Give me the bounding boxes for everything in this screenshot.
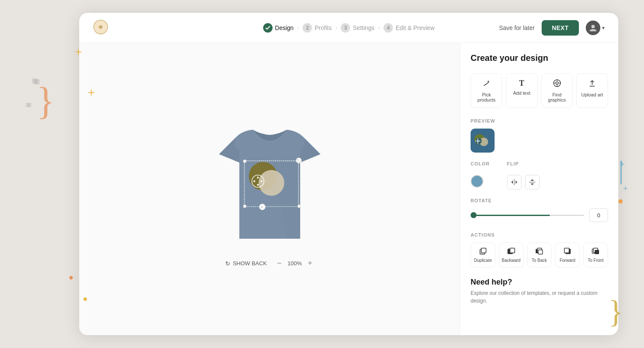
rotate-value-display: 0 [589, 208, 608, 222]
rotate-row: 0 [471, 208, 608, 222]
svg-rect-21 [243, 205, 246, 207]
actions-section: ACTIONS Duplicate [471, 232, 608, 267]
upload-art-label: Upload art [581, 92, 603, 97]
svg-text:×: × [261, 205, 263, 209]
add-text-button[interactable]: T Add text [506, 73, 537, 108]
deco-square-1 [34, 79, 39, 84]
zoom-in-button[interactable]: + [306, 259, 314, 268]
canvas-controls: ↻ SHOW BACK − 100% + [225, 259, 314, 268]
zoom-controls: − 100% + [275, 259, 314, 268]
rotate-section: ROTATE 0 [471, 198, 608, 222]
to-front-label: To Front [588, 258, 604, 263]
pick-products-button[interactable]: Pick products [471, 73, 502, 108]
upload-art-icon [588, 79, 596, 90]
to-back-button[interactable]: To Back [527, 243, 552, 267]
step-edit-preview[interactable]: 4 Edit & Preview [384, 23, 435, 33]
deco-dot-orange [69, 276, 73, 279]
refresh-icon: ↻ [225, 260, 230, 267]
flip-horizontal-button[interactable] [507, 175, 522, 189]
save-for-later-button[interactable]: Save for later [499, 24, 534, 31]
step-edit-preview-num: 4 [384, 23, 393, 33]
preview-thumbnail[interactable] [471, 129, 495, 153]
deco-plus-yellow-1: + [88, 86, 95, 99]
actions-row: Duplicate Backward [471, 243, 608, 267]
backward-button[interactable]: Backward [499, 243, 524, 267]
duplicate-icon [479, 247, 487, 256]
canvas-area: + [79, 43, 460, 335]
pick-products-label: Pick products [474, 92, 499, 102]
deco-plus-right2: + [623, 184, 628, 193]
svg-rect-20 [298, 160, 300, 162]
avatar [586, 21, 600, 35]
color-swatch[interactable] [471, 175, 483, 188]
to-front-icon [592, 247, 599, 256]
pick-products-icon [482, 79, 491, 90]
backward-icon [507, 247, 515, 256]
delete-handle-svg: × [259, 204, 265, 210]
color-label: COLOR [471, 161, 490, 166]
svg-rect-22 [298, 205, 300, 207]
duplicate-label: Duplicate [474, 258, 492, 263]
deco-sq-gray2 [26, 103, 30, 107]
step-settings[interactable]: 3 Settings [341, 23, 375, 33]
find-graphics-button[interactable]: Find graphics [541, 73, 573, 108]
step-profits[interactable]: 2 Profits [303, 23, 332, 33]
user-avatar-button[interactable]: ▾ [586, 21, 605, 35]
to-front-button[interactable]: To Front [583, 243, 608, 267]
step-profits-num: 2 [303, 23, 312, 33]
svg-rect-44 [510, 248, 515, 253]
tshirt-container: ↻ × [206, 110, 334, 252]
svg-point-2 [591, 25, 595, 28]
svg-rect-19 [243, 160, 246, 162]
step-edit-preview-label: Edit & Preview [396, 24, 435, 31]
svg-rect-49 [564, 248, 569, 253]
actions-label: ACTIONS [471, 232, 608, 237]
color-flip-row: COLOR FLIP [471, 161, 608, 189]
zoom-out-button[interactable]: − [275, 259, 283, 268]
add-text-icon: T [519, 79, 524, 88]
right-panel: Create your design Pick products T [460, 43, 618, 335]
rotate-label: ROTATE [471, 198, 608, 203]
to-back-label: To Back [532, 258, 547, 263]
step-design-label: Design [275, 24, 294, 31]
find-graphics-icon [553, 79, 561, 90]
show-back-label: SHOW BACK [233, 260, 267, 267]
flip-vertical-button[interactable] [525, 175, 540, 189]
deco-sq-gray1 [32, 78, 37, 84]
deco-squiggle-orange: } [36, 86, 55, 117]
tools-row: Pick products T Add text [471, 73, 608, 108]
upload-art-button[interactable]: Upload art [576, 73, 608, 108]
next-button[interactable]: NEXT [542, 20, 579, 36]
svg-rect-52 [595, 250, 599, 254]
backward-label: Backward [502, 258, 521, 263]
color-section: COLOR [471, 161, 490, 189]
deco-square-2 [27, 103, 31, 107]
svg-point-5 [258, 170, 284, 195]
deco-line-right [620, 161, 622, 184]
preview-section-label: PREVIEW [471, 118, 608, 123]
tshirt-image: ↻ × [206, 110, 334, 252]
svg-rect-47 [538, 250, 543, 254]
help-text: Explore our collection of templates, or … [471, 289, 608, 305]
show-back-button[interactable]: ↻ SHOW BACK [225, 260, 267, 267]
add-text-label: Add text [513, 90, 530, 96]
help-section: Need help? Explore our collection of tem… [471, 278, 608, 305]
step-design[interactable]: Design [263, 23, 294, 33]
forward-button[interactable]: Forward [555, 243, 580, 267]
rotate-slider[interactable] [471, 215, 584, 216]
duplicate-button[interactable]: Duplicate [471, 243, 495, 267]
svg-point-1 [99, 26, 101, 28]
svg-rect-42 [481, 248, 486, 253]
avatar-chevron: ▾ [602, 25, 605, 31]
flip-label: FLIP [507, 161, 540, 166]
header-right: Save for later NEXT ▾ [499, 20, 605, 36]
body: + [79, 43, 618, 335]
step-settings-label: Settings [353, 24, 375, 31]
step-settings-num: 3 [341, 23, 350, 33]
deco-dot-peach [618, 199, 623, 204]
main-card: Design › 2 Profits › 3 Settings › 4 Edit… [79, 13, 618, 335]
step-profits-label: Profits [315, 24, 332, 31]
header: Design › 2 Profits › 3 Settings › 4 Edit… [79, 13, 618, 43]
flip-section: FLIP [507, 161, 540, 189]
logo[interactable] [93, 19, 108, 36]
